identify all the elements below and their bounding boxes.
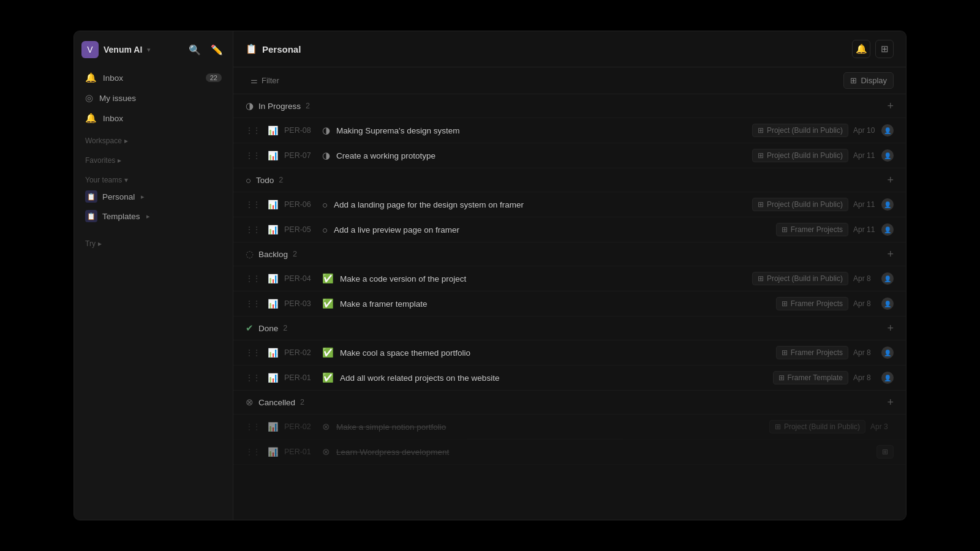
cancelled-status-icon: ⊗ xyxy=(246,397,254,408)
issue-tags: ⊞Project (Build in Public) Apr 3 xyxy=(769,420,894,433)
status-icon: ✅ xyxy=(322,372,334,383)
personal-team-icon: 📋 xyxy=(85,190,97,203)
issue-id: PER-02 xyxy=(284,422,316,431)
workspace-label: Workspace xyxy=(85,137,122,145)
sidebar-item-my-issues[interactable]: ◎ My issues xyxy=(79,88,228,108)
team-templates[interactable]: 📋 Templates ▸ xyxy=(79,206,228,226)
issue-date: Apr 8 xyxy=(853,373,876,382)
issue-row[interactable]: ⋮⋮ 📊 PER-07 ◑ Create a working prototype… xyxy=(233,143,906,168)
todo-label: Todo xyxy=(256,176,274,185)
inbox-badge: 22 xyxy=(206,73,222,82)
drag-handle-icon: ⋮⋮ xyxy=(246,348,260,357)
issue-tag: ⊞Framer Projects xyxy=(776,223,848,236)
cancelled-add-button[interactable]: + xyxy=(887,397,894,408)
drag-handle-icon: ⋮⋮ xyxy=(246,448,260,456)
avatar: 👤 xyxy=(881,198,894,211)
status-icon: ⊗ xyxy=(322,421,330,432)
search-button[interactable]: 🔍 xyxy=(186,41,203,58)
drag-handle-icon: ⋮⋮ xyxy=(246,200,260,209)
brand-logo-char: V xyxy=(87,45,92,54)
priority-icon: 📊 xyxy=(268,225,278,234)
issue-row[interactable]: ⋮⋮ 📊 PER-01 ⊗ Learn Wordpress developmen… xyxy=(233,440,906,465)
your-teams-section[interactable]: Your teams ▾ xyxy=(74,167,233,187)
display-button[interactable]: ⊞ Display xyxy=(843,72,894,89)
status-icon: ○ xyxy=(322,225,328,235)
issue-tag: ⊞ xyxy=(876,445,894,459)
issue-tags: ⊞Framer Projects Apr 8 👤 xyxy=(776,297,894,310)
drag-handle-icon: ⋮⋮ xyxy=(246,126,260,135)
section-done-header: ✔ Done 2 + xyxy=(233,317,906,340)
todo-add-button[interactable]: + xyxy=(887,174,894,186)
issue-id: PER-04 xyxy=(284,274,316,283)
issue-tag: ⊞Framer Projects xyxy=(776,297,848,310)
issue-title: Making Suprema's design system xyxy=(336,126,746,135)
issue-tags: ⊞Framer Template Apr 8 👤 xyxy=(773,371,894,384)
done-count: 2 xyxy=(283,324,287,332)
favorites-section[interactable]: Favorites ▸ xyxy=(74,148,233,167)
brand-name: Venum AI xyxy=(104,45,142,54)
issue-row[interactable]: ⋮⋮ 📊 PER-06 ○ Add a landing page for the… xyxy=(233,192,906,217)
avatar: 👤 xyxy=(881,372,894,384)
brand[interactable]: V Venum AI ▾ xyxy=(81,41,151,58)
try-section[interactable]: Try ▸ xyxy=(74,231,233,250)
notification-button[interactable]: 🔔 xyxy=(852,40,870,58)
workspace-section[interactable]: Workspace ▸ xyxy=(74,128,233,148)
issue-row[interactable]: ⋮⋮ 📊 PER-01 ✅ Add all work related proje… xyxy=(233,365,906,391)
issue-row[interactable]: ⋮⋮ 📊 PER-05 ○ Add a live preview page on… xyxy=(233,217,906,242)
avatar: 👤 xyxy=(881,124,894,137)
avatar: 👤 xyxy=(881,298,894,310)
brand-chevron-icon: ▾ xyxy=(147,46,151,54)
display-icon: ⊞ xyxy=(850,76,857,85)
status-icon: ✅ xyxy=(322,273,334,284)
compose-button[interactable]: ✏️ xyxy=(208,41,225,58)
status-icon: ⊗ xyxy=(322,446,330,457)
issue-row[interactable]: ⋮⋮ 📊 PER-03 ✅ Make a framer template ⊞Fr… xyxy=(233,291,906,317)
tag-icon: ⊞ xyxy=(882,448,888,456)
header-actions: 🔔 ⊞ xyxy=(852,40,894,58)
backlog-label: Backlog xyxy=(258,250,288,259)
priority-icon: 📊 xyxy=(268,151,278,160)
favorites-label: Favorites xyxy=(85,156,115,165)
team-personal[interactable]: 📋 Personal ▸ xyxy=(79,187,228,206)
issue-row[interactable]: ⋮⋮ 📊 PER-02 ⊗ Make a simple notion portf… xyxy=(233,414,906,440)
inbox-icon: 🔔 xyxy=(85,72,97,83)
issue-tags: ⊞Project (Build in Public) Apr 11 👤 xyxy=(752,149,894,162)
layout-button[interactable]: ⊞ xyxy=(875,40,894,58)
issue-row[interactable]: ⋮⋮ 📊 PER-02 ✅ Make cool a space themed p… xyxy=(233,340,906,365)
avatar: 👤 xyxy=(881,272,894,285)
issue-tags: ⊞Project (Build in Public) Apr 10 👤 xyxy=(752,124,894,137)
avatar: 👤 xyxy=(881,149,894,162)
brand-logo: V xyxy=(81,41,99,58)
issue-tag: ⊞Framer Template xyxy=(773,371,848,384)
filter-button[interactable]: ⚌ Filter xyxy=(246,73,284,88)
sidebar-action-icons: 🔍 ✏️ xyxy=(186,41,225,58)
team-templates-label: Templates xyxy=(102,212,140,221)
sidebar-header: V Venum AI ▾ 🔍 ✏️ xyxy=(74,41,233,68)
sidebar-item-inbox2[interactable]: 🔔 Inbox xyxy=(79,108,228,128)
backlog-add-button[interactable]: + xyxy=(887,249,894,260)
sidebar-item-inbox[interactable]: 🔔 Inbox 22 xyxy=(79,68,228,88)
templates-arrow-icon: ▸ xyxy=(146,212,150,220)
in-progress-add-button[interactable]: + xyxy=(887,100,894,111)
drag-handle-icon: ⋮⋮ xyxy=(246,422,260,431)
priority-icon: 📊 xyxy=(268,348,278,358)
issue-row[interactable]: ⋮⋮ 📊 PER-08 ◑ Making Suprema's design sy… xyxy=(233,118,906,143)
status-icon: ◑ xyxy=(322,125,330,136)
done-label: Done xyxy=(258,324,278,333)
issue-row[interactable]: ⋮⋮ 📊 PER-04 ✅ Make a code version of the… xyxy=(233,266,906,291)
issue-id: PER-02 xyxy=(284,348,316,357)
issue-id: PER-08 xyxy=(284,126,316,135)
app-window: V Venum AI ▾ 🔍 ✏️ 🔔 Inbox 22 ◎ My issues… xyxy=(74,31,907,520)
issue-id: PER-07 xyxy=(284,151,316,160)
filter-label: Filter xyxy=(262,76,279,85)
issue-date: Apr 11 xyxy=(853,225,876,234)
issue-list: ◑ In Progress 2 + ⋮⋮ 📊 PER-08 ◑ Making S… xyxy=(233,94,906,520)
inbox2-icon: 🔔 xyxy=(85,113,97,124)
your-teams-arrow-icon: ▾ xyxy=(124,176,128,184)
main-content: 📋 Personal 🔔 ⊞ ⚌ Filter ⊞ Display ◑ In P xyxy=(233,31,906,520)
tag-icon: ⊞ xyxy=(758,200,764,209)
personal-arrow-icon: ▸ xyxy=(141,193,145,201)
priority-icon: 📊 xyxy=(268,274,278,283)
done-add-button[interactable]: + xyxy=(887,323,894,334)
backlog-status-icon: ◌ xyxy=(246,249,254,260)
